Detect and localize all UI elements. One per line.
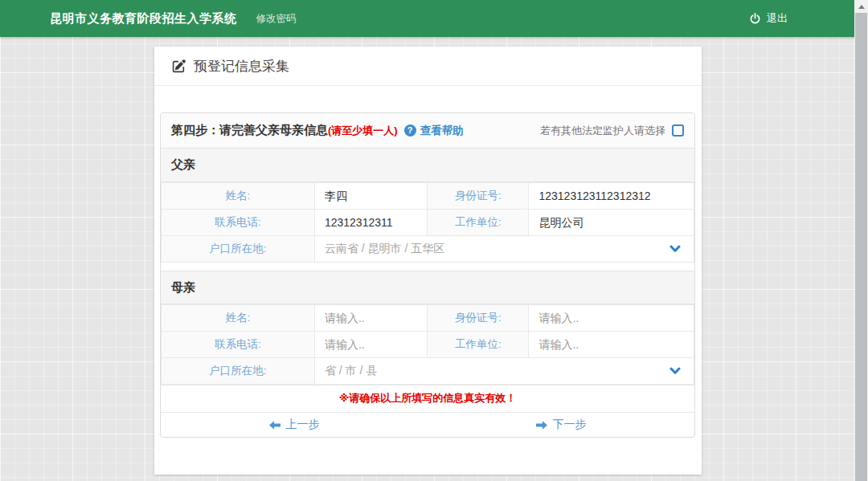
- mother-phone-input[interactable]: [325, 338, 418, 351]
- father-name-cell: [314, 183, 428, 210]
- father-work-cell: [529, 210, 694, 236]
- scrollbar-thumb[interactable]: [855, 13, 867, 481]
- table-row: 姓名: 身份证号:: [162, 183, 694, 210]
- step-nav-left: 上一步: [161, 413, 428, 437]
- question-circle-icon[interactable]: ?: [404, 124, 416, 137]
- guardian-note: 若有其他法定监护人请选择: [540, 124, 665, 138]
- step-header: 第四步：请完善父亲母亲信息 (请至少填一人) ? 查看帮助 若有其他法定监护人请…: [161, 113, 694, 149]
- view-help-link[interactable]: 查看帮助: [420, 124, 464, 138]
- father-phone-input[interactable]: [325, 216, 418, 229]
- mother-residence-cell: 省 / 市 / 县: [314, 358, 694, 385]
- card-body: 第四步：请完善父亲母亲信息 (请至少填一人) ? 查看帮助 若有其他法定监护人请…: [154, 86, 702, 438]
- page-title: 预登记信息采集: [194, 57, 289, 75]
- mother-work-input[interactable]: [538, 338, 684, 351]
- mother-work-cell: [529, 332, 694, 358]
- father-table: 姓名: 身份证号: 联系电话: 工作单位:: [161, 182, 694, 263]
- table-row: 联系电话: 工作单位:: [162, 332, 694, 358]
- top-navbar: 昆明市义务教育阶段招生入学系统 修改密码 退出: [0, 0, 868, 37]
- guardian-option: 若有其他法定监护人请选择: [540, 124, 684, 138]
- table-row: 联系电话: 工作单位:: [162, 210, 694, 236]
- prev-step-label: 上一步: [286, 418, 320, 432]
- table-row: 户口所在地: 省 / 市 / 县: [162, 358, 694, 385]
- card-header: 预登记信息采集: [154, 47, 702, 86]
- father-residence-value: 云南省 / 昆明市 / 五华区: [325, 242, 669, 256]
- mother-residence-select[interactable]: 省 / 市 / 县: [325, 364, 684, 378]
- father-name-input[interactable]: [325, 190, 418, 203]
- edit-square-icon: [172, 59, 186, 73]
- next-step-button[interactable]: 下一步: [536, 418, 587, 432]
- father-residence-cell: 云南省 / 昆明市 / 五华区: [314, 236, 694, 263]
- app-title: 昆明市义务教育阶段招生入学系统: [50, 11, 237, 26]
- table-row: 姓名: 身份证号:: [162, 305, 694, 332]
- mother-section-header: 母亲: [161, 271, 694, 304]
- step-nav: 上一步 下一步: [161, 412, 694, 437]
- mother-table: 姓名: 身份证号: 联系电话: 工作单位:: [161, 304, 694, 385]
- father-id-label: 身份证号:: [428, 183, 529, 210]
- mother-name-cell: [314, 305, 428, 332]
- form-panel: 第四步：请完善父亲母亲信息 (请至少填一人) ? 查看帮助 若有其他法定监护人请…: [160, 112, 695, 438]
- father-work-input[interactable]: [538, 217, 684, 230]
- prev-step-button[interactable]: 上一步: [269, 418, 320, 432]
- arrow-right-icon: [536, 421, 547, 430]
- father-id-cell: [529, 183, 694, 210]
- arrow-left-icon: [269, 421, 280, 430]
- main-card: 预登记信息采集 第四步：请完善父亲母亲信息 (请至少填一人) ? 查看帮助 若有…: [154, 47, 702, 475]
- father-phone-cell: [314, 210, 428, 236]
- table-row: 户口所在地: 云南省 / 昆明市 / 五华区: [162, 236, 694, 263]
- father-id-input[interactable]: [538, 190, 684, 202]
- chevron-down-icon[interactable]: [669, 245, 681, 253]
- validity-warning: ※请确保以上所填写的信息真实有效！: [161, 385, 694, 412]
- mother-id-cell: [529, 305, 694, 332]
- section-gap: [161, 263, 694, 271]
- mother-work-label: 工作单位:: [428, 332, 529, 358]
- mother-residence-label: 户口所在地:: [162, 358, 315, 385]
- next-step-label: 下一步: [553, 418, 587, 432]
- logout-button[interactable]: 退出: [749, 11, 788, 26]
- father-name-label: 姓名:: [162, 183, 315, 210]
- mother-id-label: 身份证号:: [428, 305, 529, 332]
- step-nav-right: 下一步: [428, 413, 694, 437]
- father-residence-label: 户口所在地:: [162, 236, 315, 263]
- father-phone-label: 联系电话:: [162, 210, 315, 236]
- logout-label: 退出: [767, 11, 788, 26]
- mother-name-input[interactable]: [325, 312, 418, 324]
- step-note: (请至少填一人): [328, 124, 398, 138]
- mother-phone-label: 联系电话:: [162, 332, 315, 358]
- scroll-up-button[interactable]: [854, 0, 868, 13]
- father-section-header: 父亲: [161, 149, 694, 182]
- power-icon: [749, 13, 761, 25]
- mother-name-label: 姓名:: [162, 305, 315, 332]
- guardian-checkbox[interactable]: [672, 124, 684, 137]
- chevron-down-icon[interactable]: [669, 367, 681, 375]
- mother-phone-cell: [314, 332, 428, 358]
- scroll-up-arrow-icon: [858, 5, 865, 9]
- change-password-link[interactable]: 修改密码: [256, 12, 297, 26]
- mother-residence-placeholder: 省 / 市 / 县: [325, 364, 669, 378]
- father-residence-select[interactable]: 云南省 / 昆明市 / 五华区: [325, 242, 684, 256]
- vertical-scrollbar: [854, 0, 868, 481]
- mother-id-input[interactable]: [538, 312, 684, 324]
- step-title: 第四步：请完善父亲母亲信息: [171, 123, 328, 138]
- father-work-label: 工作单位:: [428, 210, 529, 236]
